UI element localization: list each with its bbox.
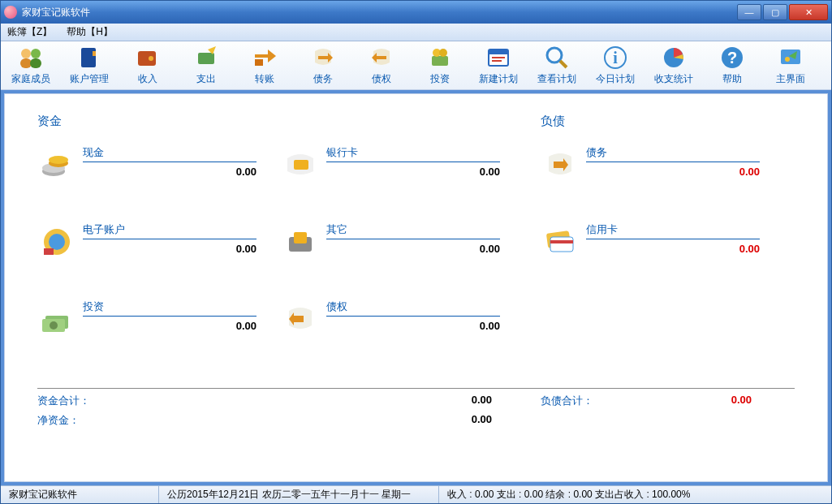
toolbar-viewplan-button[interactable]: 查看计划 <box>537 45 577 86</box>
toolbar-label: 支出 <box>196 72 216 86</box>
other-icon <box>281 222 320 261</box>
svg-point-25 <box>785 57 790 62</box>
item-value: 0.00 <box>83 243 256 255</box>
toolbar-label: 投资 <box>430 72 450 86</box>
toolbar-accounts-button[interactable]: 账户管理 <box>69 45 110 86</box>
close-button[interactable]: ✕ <box>789 4 828 20</box>
toolbar-transfer-button[interactable]: 转账 <box>244 45 285 86</box>
svg-point-0 <box>21 49 31 58</box>
window-buttons: — ▢ ✕ <box>735 4 828 20</box>
book-icon <box>76 45 102 71</box>
svg-point-17 <box>547 48 562 62</box>
assets-section: 资金 现金 0.00 <box>37 114 541 373</box>
toolbar-label: 账户管理 <box>70 72 109 86</box>
toolbar-stats-button[interactable]: 收支统计 <box>653 45 694 86</box>
app-icon <box>4 6 17 19</box>
toolbar-label: 帮助 <box>722 72 742 86</box>
toolbar-income-button[interactable]: 收入 <box>127 45 168 86</box>
status-app: 家财宝记账软件 <box>1 486 159 503</box>
svg-rect-5 <box>93 51 96 56</box>
toolbar-family-button[interactable]: 家庭成员 <box>11 45 51 86</box>
main-content: 资金 现金 0.00 <box>4 93 828 482</box>
toolbar-expense-button[interactable]: 支出 <box>186 45 226 86</box>
menu-ledger[interactable]: 账簿【Z】 <box>7 25 52 39</box>
item-label[interactable]: 债权 <box>326 299 500 317</box>
asset-item-cash: 现金 0.00 <box>37 142 281 219</box>
assets-total-label: 资金合计： <box>37 394 110 408</box>
credit-icon <box>369 45 394 71</box>
toolbar-credit-button[interactable]: 债权 <box>361 45 402 86</box>
item-label[interactable]: 投资 <box>83 299 256 317</box>
status-date: 公历2015年12月21日 农历二零一五年十一月十一 星期一 <box>159 486 439 503</box>
item-value: 0.00 <box>586 243 760 255</box>
titlebar[interactable]: 家财宝记账软件 — ▢ ✕ <box>1 1 831 24</box>
svg-rect-4 <box>81 48 96 67</box>
svg-rect-14 <box>489 50 508 54</box>
toolbar-help-button[interactable]: ? 帮助 <box>712 45 752 86</box>
toolbar-invest-button[interactable]: 投资 <box>420 45 460 86</box>
toolbar-newplan-button[interactable]: 新建计划 <box>478 45 519 86</box>
item-value: 0.00 <box>326 320 500 332</box>
item-label[interactable]: 现金 <box>83 145 256 162</box>
toolbar-today-button[interactable]: i 今日计划 <box>595 45 636 86</box>
asset-item-invest: 投资 0.00 <box>37 296 281 373</box>
minimize-button[interactable]: — <box>737 4 761 20</box>
transfer-icon <box>252 45 278 71</box>
svg-point-38 <box>50 321 58 330</box>
menu-help[interactable]: 帮助【H】 <box>67 25 113 39</box>
svg-rect-30 <box>294 160 308 170</box>
svg-rect-9 <box>255 59 263 66</box>
toolbar-label: 债权 <box>372 72 391 86</box>
svg-point-32 <box>49 234 65 250</box>
item-label[interactable]: 其它 <box>326 222 500 239</box>
debts-section: 负债 债务 0.00 <box>541 114 795 373</box>
toolbar-label: 收入 <box>138 72 157 86</box>
wallet-in-icon <box>135 45 161 71</box>
invest-item-icon <box>37 299 76 338</box>
item-label[interactable]: 信用卡 <box>586 222 760 239</box>
status-summary: 收入 : 0.00 支出 : 0.00 结余 : 0.00 支出占收入 : 10… <box>439 486 831 503</box>
toolbar-main-button[interactable]: 主界面 <box>770 45 811 86</box>
item-label[interactable]: 银行卡 <box>326 145 500 162</box>
asset-item-creditr: 债权 0.00 <box>281 296 524 373</box>
bankcard-icon <box>281 145 320 184</box>
svg-text:?: ? <box>727 49 737 67</box>
item-value: 0.00 <box>83 320 256 332</box>
statusbar: 家财宝记账软件 公历2015年12月21日 农历二零一五年十一月十一 星期一 收… <box>1 485 831 503</box>
info-icon: i <box>602 45 628 71</box>
eaccount-icon <box>37 222 76 261</box>
toolbar-label: 收支统计 <box>654 72 693 86</box>
creditcard-icon <box>541 222 580 261</box>
net-value: 0.00 <box>110 413 492 428</box>
toolbar-debt-button[interactable]: 债务 <box>303 45 343 86</box>
toolbar-label: 家庭成员 <box>11 72 50 86</box>
search-icon <box>544 45 570 71</box>
item-value: 0.00 <box>586 166 760 178</box>
pie-chart-icon <box>661 45 687 71</box>
invest-icon <box>427 45 453 71</box>
toolbar-label: 主界面 <box>776 72 805 86</box>
debt-item-creditcard: 信用卡 0.00 <box>541 219 784 296</box>
totals-area: 资金合计： 0.00 负债合计： 0.00 净资金： 0.00 <box>37 388 795 433</box>
svg-text:i: i <box>613 49 618 67</box>
window-title: 家财宝记账软件 <box>22 6 735 19</box>
maximize-button[interactable]: ▢ <box>763 4 787 20</box>
toolbar-label: 新建计划 <box>479 72 518 86</box>
toolbar-label: 转账 <box>255 72 274 86</box>
svg-point-29 <box>49 156 68 164</box>
svg-rect-8 <box>198 53 214 64</box>
assets-title: 资金 <box>37 114 541 129</box>
item-value: 0.00 <box>326 243 500 255</box>
debt-item-icon <box>541 145 580 184</box>
net-label: 净资金： <box>37 413 110 428</box>
asset-item-bankcard: 银行卡 0.00 <box>281 142 524 219</box>
menubar: 账簿【Z】 帮助【H】 <box>1 24 831 41</box>
item-label[interactable]: 电子账户 <box>83 222 256 239</box>
toolbar: 家庭成员 账户管理 收入 支出 转账 <box>1 41 831 90</box>
money-out-icon <box>193 45 219 71</box>
svg-rect-2 <box>20 58 32 68</box>
svg-rect-35 <box>294 232 307 243</box>
item-label[interactable]: 债务 <box>586 145 760 162</box>
assets-total-value: 0.00 <box>110 394 492 408</box>
svg-rect-33 <box>44 248 54 255</box>
